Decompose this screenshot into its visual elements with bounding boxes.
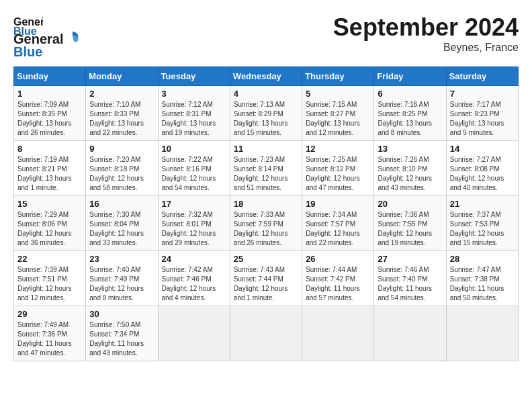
day-number: 12 [306,144,370,154]
calendar-cell: 16Sunrise: 7:30 AM Sunset: 8:04 PM Dayli… [86,196,158,251]
calendar-cell: 7Sunrise: 7:17 AM Sunset: 8:23 PM Daylig… [446,86,518,141]
day-header-sunday: Sunday [14,67,86,86]
calendar-cell: 2Sunrise: 7:10 AM Sunset: 8:33 PM Daylig… [86,86,158,141]
day-info: Sunrise: 7:43 AM Sunset: 7:44 PM Dayligh… [234,265,298,303]
day-number: 16 [89,199,154,209]
calendar-table: SundayMondayTuesdayWednesdayThursdayFrid… [13,66,519,361]
calendar-cell: 21Sunrise: 7:37 AM Sunset: 7:53 PM Dayli… [446,196,518,251]
day-number: 17 [162,199,226,209]
day-header-thursday: Thursday [302,67,374,86]
day-number: 27 [378,254,442,264]
day-info: Sunrise: 7:40 AM Sunset: 7:49 PM Dayligh… [89,265,154,303]
day-info: Sunrise: 7:15 AM Sunset: 8:27 PM Dayligh… [306,100,370,138]
day-number: 20 [378,199,442,209]
day-header-saturday: Saturday [446,67,518,86]
day-info: Sunrise: 7:32 AM Sunset: 8:01 PM Dayligh… [162,210,226,248]
day-info: Sunrise: 7:33 AM Sunset: 7:59 PM Dayligh… [234,210,298,248]
calendar-cell [230,306,302,361]
day-info: Sunrise: 7:29 AM Sunset: 8:06 PM Dayligh… [17,210,82,248]
day-number: 18 [234,199,298,209]
day-info: Sunrise: 7:30 AM Sunset: 8:04 PM Dayligh… [89,210,154,248]
calendar-cell: 30Sunrise: 7:50 AM Sunset: 7:34 PM Dayli… [86,306,158,361]
calendar-cell [374,306,446,361]
day-info: Sunrise: 7:27 AM Sunset: 8:08 PM Dayligh… [450,155,515,193]
calendar-cell: 19Sunrise: 7:34 AM Sunset: 7:57 PM Dayli… [302,196,374,251]
day-info: Sunrise: 7:26 AM Sunset: 8:10 PM Dayligh… [378,155,442,193]
calendar-week-row: 22Sunrise: 7:39 AM Sunset: 7:51 PM Dayli… [14,251,519,306]
calendar-cell: 6Sunrise: 7:16 AM Sunset: 8:25 PM Daylig… [374,86,446,141]
day-number: 19 [306,199,370,209]
day-header-monday: Monday [86,67,158,86]
day-number: 24 [162,254,226,264]
calendar-cell: 10Sunrise: 7:22 AM Sunset: 8:16 PM Dayli… [158,141,230,196]
day-info: Sunrise: 7:36 AM Sunset: 7:55 PM Dayligh… [378,210,442,248]
day-info: Sunrise: 7:39 AM Sunset: 7:51 PM Dayligh… [17,265,82,303]
day-number: 9 [89,144,154,154]
day-header-tuesday: Tuesday [158,67,230,86]
calendar-cell: 28Sunrise: 7:47 AM Sunset: 7:38 PM Dayli… [446,251,518,306]
calendar-cell: 29Sunrise: 7:49 AM Sunset: 7:36 PM Dayli… [14,306,86,361]
day-number: 26 [306,254,370,264]
day-info: Sunrise: 7:17 AM Sunset: 8:23 PM Dayligh… [450,100,515,138]
day-info: Sunrise: 7:25 AM Sunset: 8:12 PM Dayligh… [306,155,370,193]
calendar-week-row: 29Sunrise: 7:49 AM Sunset: 7:36 PM Dayli… [14,306,519,361]
calendar-cell: 15Sunrise: 7:29 AM Sunset: 8:06 PM Dayli… [14,196,86,251]
day-info: Sunrise: 7:10 AM Sunset: 8:33 PM Dayligh… [89,100,154,138]
calendar-cell: 14Sunrise: 7:27 AM Sunset: 8:08 PM Dayli… [446,141,518,196]
logo-blue: Blue [13,44,42,60]
logo: General Blue General Blue [13,13,81,60]
calendar-week-row: 1Sunrise: 7:09 AM Sunset: 8:35 PM Daylig… [14,86,519,141]
day-number: 23 [89,254,154,264]
day-info: Sunrise: 7:37 AM Sunset: 7:53 PM Dayligh… [450,210,515,248]
calendar-cell: 13Sunrise: 7:26 AM Sunset: 8:10 PM Dayli… [374,141,446,196]
day-info: Sunrise: 7:22 AM Sunset: 8:16 PM Dayligh… [162,155,226,193]
day-number: 8 [17,144,82,154]
calendar-cell [446,306,518,361]
day-info: Sunrise: 7:50 AM Sunset: 7:34 PM Dayligh… [89,320,154,358]
day-info: Sunrise: 7:46 AM Sunset: 7:40 PM Dayligh… [378,265,442,303]
title-block: September 2024 Beynes, France [333,13,519,54]
calendar-cell: 20Sunrise: 7:36 AM Sunset: 7:55 PM Dayli… [374,196,446,251]
day-info: Sunrise: 7:49 AM Sunset: 7:36 PM Dayligh… [17,320,82,358]
day-number: 13 [378,144,442,154]
calendar-cell: 26Sunrise: 7:44 AM Sunset: 7:42 PM Dayli… [302,251,374,306]
page-header: General Blue General Blue September 2024… [13,13,519,60]
calendar-week-row: 15Sunrise: 7:29 AM Sunset: 8:06 PM Dayli… [14,196,519,251]
day-number: 28 [450,254,515,264]
calendar-cell [158,306,230,361]
calendar-cell: 8Sunrise: 7:19 AM Sunset: 8:21 PM Daylig… [14,141,86,196]
day-info: Sunrise: 7:20 AM Sunset: 8:18 PM Dayligh… [89,155,154,193]
day-info: Sunrise: 7:13 AM Sunset: 8:29 PM Dayligh… [234,100,298,138]
day-info: Sunrise: 7:16 AM Sunset: 8:25 PM Dayligh… [378,100,442,138]
day-info: Sunrise: 7:42 AM Sunset: 7:46 PM Dayligh… [162,265,226,303]
month-title: September 2024 [333,13,519,42]
day-number: 5 [306,89,370,99]
day-info: Sunrise: 7:09 AM Sunset: 8:35 PM Dayligh… [17,100,82,138]
day-number: 30 [89,309,154,319]
day-number: 25 [234,254,298,264]
day-number: 15 [17,199,82,209]
day-info: Sunrise: 7:23 AM Sunset: 8:14 PM Dayligh… [234,155,298,193]
day-number: 10 [162,144,226,154]
day-number: 21 [450,199,515,209]
calendar-cell: 27Sunrise: 7:46 AM Sunset: 7:40 PM Dayli… [374,251,446,306]
calendar-cell: 24Sunrise: 7:42 AM Sunset: 7:46 PM Dayli… [158,251,230,306]
day-number: 11 [234,144,298,154]
day-header-friday: Friday [374,67,446,86]
calendar-header-row: SundayMondayTuesdayWednesdayThursdayFrid… [14,67,519,86]
day-info: Sunrise: 7:19 AM Sunset: 8:21 PM Dayligh… [17,155,82,193]
calendar-cell: 1Sunrise: 7:09 AM Sunset: 8:35 PM Daylig… [14,86,86,141]
day-number: 4 [234,89,298,99]
calendar-cell: 18Sunrise: 7:33 AM Sunset: 7:59 PM Dayli… [230,196,302,251]
calendar-cell: 23Sunrise: 7:40 AM Sunset: 7:49 PM Dayli… [86,251,158,306]
logo-bird-icon [64,30,81,46]
calendar-week-row: 8Sunrise: 7:19 AM Sunset: 8:21 PM Daylig… [14,141,519,196]
day-number: 7 [450,89,515,99]
calendar-cell: 3Sunrise: 7:12 AM Sunset: 8:31 PM Daylig… [158,86,230,141]
day-info: Sunrise: 7:12 AM Sunset: 8:31 PM Dayligh… [162,100,226,138]
calendar-cell: 22Sunrise: 7:39 AM Sunset: 7:51 PM Dayli… [14,251,86,306]
day-info: Sunrise: 7:44 AM Sunset: 7:42 PM Dayligh… [306,265,370,303]
calendar-cell: 4Sunrise: 7:13 AM Sunset: 8:29 PM Daylig… [230,86,302,141]
day-info: Sunrise: 7:47 AM Sunset: 7:38 PM Dayligh… [450,265,515,303]
day-number: 29 [17,309,82,319]
